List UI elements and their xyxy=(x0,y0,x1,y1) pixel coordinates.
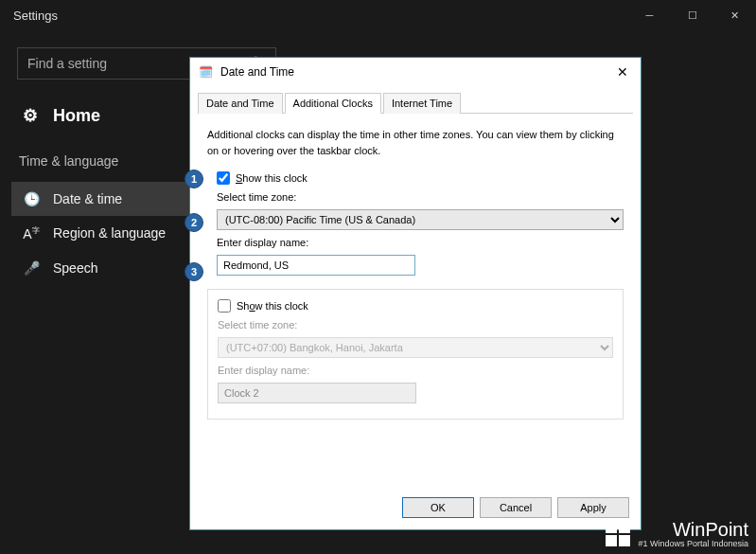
displayname-2-input xyxy=(218,383,416,403)
tab-internet-time[interactable]: Internet Time xyxy=(383,93,461,114)
watermark-name: WinPoint xyxy=(638,520,748,539)
annotation-marker-1: 1 xyxy=(185,170,203,188)
window-title: Settings xyxy=(13,9,58,23)
maximize-button[interactable]: ☐ xyxy=(671,2,713,28)
minimize-button[interactable]: ─ xyxy=(628,2,671,28)
apply-button[interactable]: Apply xyxy=(557,497,629,518)
cancel-button[interactable]: Cancel xyxy=(480,497,552,518)
show-clock-1-label: Show this clock xyxy=(236,172,308,184)
show-clock-2-label: Show this clock xyxy=(237,300,308,312)
dialog-tabs: Date and Time Additional Clocks Internet… xyxy=(198,92,633,114)
timezone-2-select: (UTC+07:00) Bangkok, Hanoi, Jakarta xyxy=(218,337,613,358)
show-clock-1-checkbox[interactable] xyxy=(217,171,230,185)
dialog-buttons: OK Cancel Apply xyxy=(402,497,629,518)
tab-date-and-time[interactable]: Date and Time xyxy=(198,93,283,114)
nav-label: Date & time xyxy=(53,191,122,206)
displayname-1-input[interactable] xyxy=(217,255,415,276)
nav-label: Speech xyxy=(53,260,97,276)
dialog-titlebar: 🗓️ Date and Time ✕ xyxy=(190,58,641,86)
microphone-icon: 🎤 xyxy=(23,260,40,276)
date-time-dialog: 🗓️ Date and Time ✕ Date and Time Additio… xyxy=(189,57,642,530)
clock-1-block: 1 2 3 Show this clock Select time zone: … xyxy=(207,171,624,276)
dialog-title: Date and Time xyxy=(220,65,605,79)
windows-logo-icon xyxy=(606,522,630,546)
home-label: Home xyxy=(53,106,100,126)
dialog-close-button[interactable]: ✕ xyxy=(612,64,633,80)
watermark: WinPoint #1 Windows Portal Indonesia xyxy=(606,520,748,548)
watermark-sub: #1 Windows Portal Indonesia xyxy=(638,539,748,548)
ok-button[interactable]: OK xyxy=(402,497,474,518)
displayname-1-label: Enter display name: xyxy=(217,237,308,248)
tab-additional-clocks[interactable]: Additional Clocks xyxy=(285,93,381,114)
annotation-marker-2: 2 xyxy=(185,213,203,232)
timezone-2-label: Select time zone: xyxy=(218,319,297,331)
show-clock-2-checkbox[interactable] xyxy=(218,299,231,313)
timezone-1-select[interactable]: (UTC-08:00) Pacific Time (US & Canada) xyxy=(217,209,624,230)
tab-content-additional-clocks: Additional clocks can display the time i… xyxy=(190,114,641,438)
annotation-marker-3: 3 xyxy=(185,262,203,281)
gear-icon: ⚙ xyxy=(19,104,42,127)
search-placeholder: Find a setting xyxy=(27,56,107,71)
timezone-1-label: Select time zone: xyxy=(217,191,296,203)
close-button[interactable]: ✕ xyxy=(713,2,756,28)
nav-label: Region & language xyxy=(53,225,166,241)
clock-icon: 🕒 xyxy=(23,191,40,206)
language-icon: A字 xyxy=(23,225,40,241)
clock-2-block: Show this clock Select time zone: (UTC+0… xyxy=(207,289,624,420)
displayname-2-label: Enter display name: xyxy=(218,365,309,376)
window-controls: ─ ☐ ✕ xyxy=(628,2,756,28)
date-time-icon: 🗓️ xyxy=(198,64,213,80)
help-text: Additional clocks can display the time i… xyxy=(207,127,624,158)
